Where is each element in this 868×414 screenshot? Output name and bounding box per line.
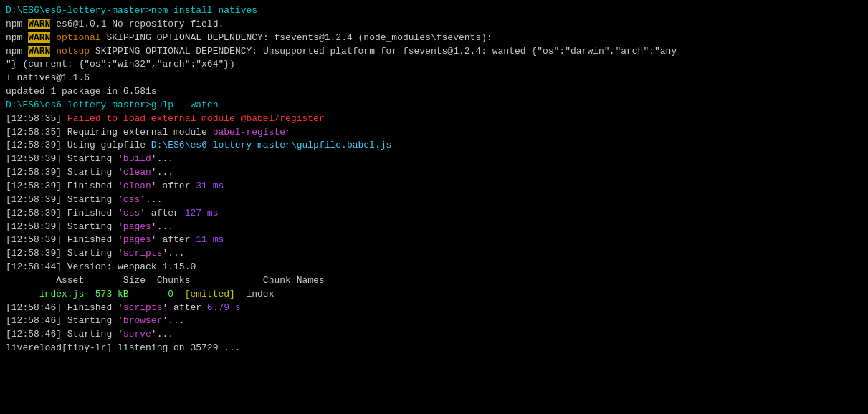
terminal-text: es6@1.0.1 No repository field. [50,19,224,29]
terminal-line: [12:58:44] Version: webpack 1.15.0 [6,261,862,274]
terminal-text: SKIPPING OPTIONAL DEPENDENCY: fsevents@1… [101,32,492,43]
terminal-text: D:\ES6\es6-lottery-master\gulpfile.babel… [151,140,391,150]
terminal-text: 6.79 s [207,302,241,313]
terminal-text: 31 ms [196,180,224,191]
terminal-text: pages [123,234,151,245]
terminal-text: '... [140,194,162,205]
terminal-text: [12:58:39] Finished ' [6,208,123,218]
terminal-line: livereload[tiny-lr] listening on 35729 .… [6,342,862,355]
terminal-text: optional [56,32,100,43]
terminal-text: index [235,289,275,299]
terminal-text: '... [162,248,184,259]
terminal-text: "} (current: {"os":"win32","arch":"x64"}… [6,59,235,69]
terminal-text: [12:58:39] Starting ' [6,248,123,259]
terminal-line: [12:58:46] Starting 'browser'... [6,314,862,328]
terminal-text: [12:58:39] Starting ' [6,221,123,232]
terminal-text: '... [151,329,173,340]
terminal-text: [12:58:39] Using gulpfile [6,140,151,150]
terminal-line: [12:58:39] Starting 'clean'... [6,166,862,180]
terminal-text: ' after [162,302,206,313]
terminal-line: D:\ES6\es6-lottery-master>gulp --watch [6,99,862,112]
terminal-text: '... [151,167,173,178]
terminal-text: [12:58:35] Requiring external module [6,127,213,138]
terminal-text: '... [151,221,173,232]
terminal-text: D:\ES6\es6-lottery-master>gulp --watch [6,100,218,110]
terminal-text: '... [151,153,173,164]
terminal-text: pages [123,221,151,232]
terminal-line: [12:58:39] Finished 'clean' after 31 ms [6,180,862,193]
terminal-text: scripts [123,248,163,259]
terminal-text: [emitted] [185,289,235,299]
terminal-text: ' after [151,180,196,191]
terminal-text: Failed to load external module @babel/re… [67,113,325,124]
warn-badge: WARN [28,32,50,43]
terminal-line: + natives@1.1.6 [6,72,862,85]
terminal-text: SKIPPING OPTIONAL DEPENDENCY: Unsupporte… [90,46,677,57]
warn-badge: WARN [28,19,50,29]
terminal-line: [12:58:39] Starting 'pages'... [6,221,862,234]
terminal-text: index.js 573 kB 0 [6,289,185,299]
terminal-text: clean [123,167,151,178]
terminal-text: css [123,194,140,205]
terminal-line: [12:58:39] Starting 'build'... [6,153,862,166]
terminal-text: '... [162,315,184,326]
terminal-line: npm WARN optional SKIPPING OPTIONAL DEPE… [6,32,862,45]
terminal-text: updated 1 package in 6.581s [6,86,157,97]
terminal-line: [12:58:46] Starting 'serve'... [6,328,862,342]
terminal-text: browser [123,315,163,326]
terminal-text: build [123,153,151,164]
terminal-line: Asset Size Chunks Chunk Names [6,274,862,288]
terminal-text: [12:58:44] Version: webpack 1.15.0 [6,261,196,272]
terminal-line: updated 1 package in 6.581s [6,85,862,99]
terminal-text: clean [123,180,151,191]
terminal-text: 11 ms [196,234,224,245]
terminal-line: [12:58:39] Using gulpfile D:\ES6\es6-lot… [6,139,862,153]
terminal-text: 127 ms [185,208,219,218]
terminal-line: [12:58:46] Finished 'scripts' after 6.79… [6,302,862,315]
terminal-text: ' after [151,234,196,245]
terminal-line: D:\ES6\es6-lottery-master>npm install na… [6,4,862,18]
terminal-text: + natives@1.1.6 [6,72,90,83]
terminal-line: "} (current: {"os":"win32","arch":"x64"}… [6,58,862,72]
terminal-text: babel-register [213,127,291,138]
terminal-text: [12:58:35] [6,113,67,124]
terminal-text: [12:58:39] Starting ' [6,194,123,205]
terminal-line: [12:58:39] Finished 'pages' after 11 ms [6,234,862,247]
warn-badge: WARN [28,46,50,57]
terminal-line: index.js 573 kB 0 [emitted] index [6,288,862,302]
terminal-text: livereload[tiny-lr] listening on 35729 .… [6,342,241,353]
terminal-text: ' after [140,208,184,218]
terminal-text: [12:58:39] Finished ' [6,234,123,245]
terminal-text: [12:58:39] Starting ' [6,153,123,164]
terminal-text: scripts [123,302,163,313]
terminal-line: [12:58:35] Failed to load external modul… [6,112,862,126]
terminal-text: css [123,208,140,218]
terminal-text: [12:58:46] Starting ' [6,315,123,326]
terminal-line: [12:58:39] Finished 'css' after 127 ms [6,207,862,221]
terminal-line: [12:58:39] Starting 'css'... [6,193,862,207]
terminal-text: [12:58:39] Starting ' [6,167,123,178]
terminal-text: D:\ES6\es6-lottery-master>npm install na… [6,5,257,16]
terminal-window: D:\ES6\es6-lottery-master>npm install na… [0,0,868,414]
terminal-line: [12:58:35] Requiring external module bab… [6,126,862,140]
terminal-text: npm [6,19,28,29]
terminal-text: [12:58:46] Starting ' [6,329,123,340]
terminal-line: npm WARN es6@1.0.1 No repository field. [6,18,862,32]
terminal-text: serve [123,329,151,340]
terminal-text: Asset Size Chunks Chunk Names [6,275,325,286]
terminal-line: [12:58:39] Starting 'scripts'... [6,247,862,261]
terminal-text: notsup [56,46,90,57]
terminal-line: npm WARN notsup SKIPPING OPTIONAL DEPEND… [6,45,862,59]
terminal-text: [12:58:46] Finished ' [6,302,123,313]
terminal-text: [12:58:39] Finished ' [6,180,123,191]
terminal-text: npm [6,32,28,43]
terminal-text: npm [6,46,28,57]
